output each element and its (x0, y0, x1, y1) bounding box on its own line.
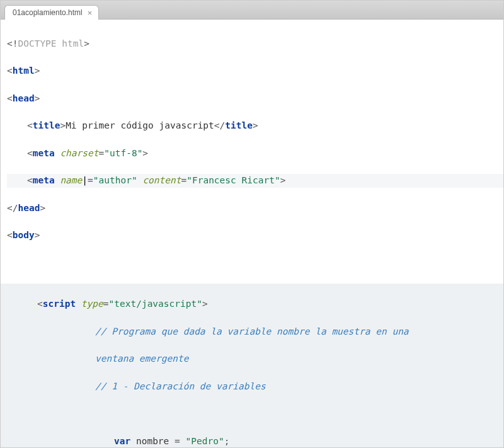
code-line: var nombre = "Pedro"; (7, 435, 503, 448)
code-line: <body> (7, 229, 503, 243)
code-line: <meta charset="utf-8"> (7, 147, 503, 161)
code-line: <meta name|="author" content="Francesc R… (7, 174, 503, 188)
editor-tab[interactable]: 01acoplamiento.html × (4, 5, 99, 20)
code-line: <head> (7, 92, 503, 106)
code-editor[interactable]: <!DOCTYPE html> <html> <head> <title>Mi … (1, 20, 503, 447)
code-line: <html> (7, 64, 503, 78)
code-line (7, 407, 503, 421)
code-line: ventana emergente (7, 352, 503, 366)
code-line: <script type="text/javascript"> (7, 297, 503, 311)
script-block: <script type="text/javascript"> // Progr… (1, 284, 503, 447)
code-line: // Programa que dada la variable nombre … (7, 325, 503, 339)
code-line: <!DOCTYPE html> (7, 37, 503, 51)
code-line: <title>Mi primer código javascript</titl… (7, 119, 503, 133)
code-line: // 1 - Declaración de variables (7, 380, 503, 394)
code-line (7, 256, 503, 270)
code-line: </head> (7, 202, 503, 215)
tab-bar: 01acoplamiento.html × (1, 1, 503, 20)
close-icon[interactable]: × (88, 9, 93, 17)
tab-title: 01acoplamiento.html (13, 8, 83, 17)
